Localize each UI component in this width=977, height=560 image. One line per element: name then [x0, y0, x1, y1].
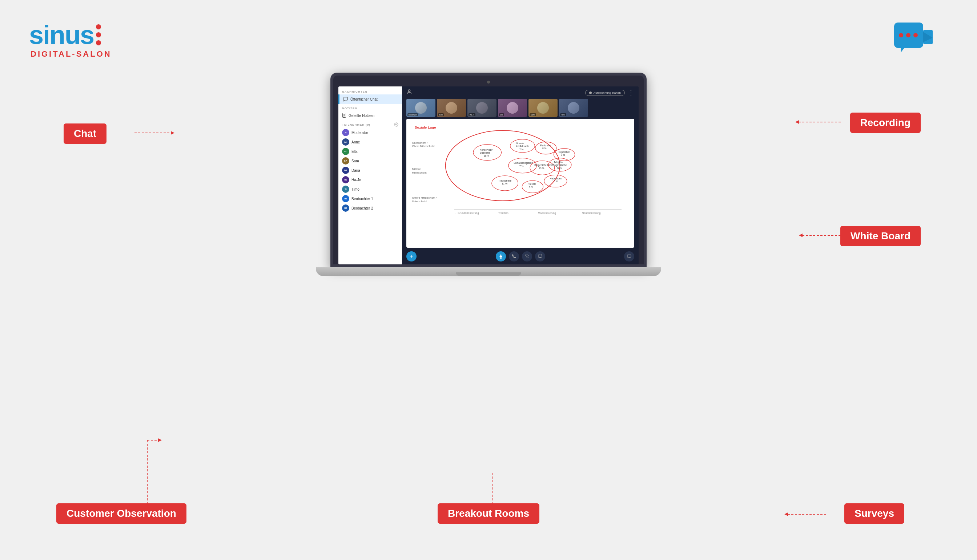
- recording-annotation-label: Recording: [850, 113, 921, 133]
- participant-item[interactable]: B1Beobachter 1: [338, 194, 402, 203]
- toolbar-right: [624, 251, 634, 262]
- camera-button[interactable]: [522, 251, 532, 262]
- svg-text:Prekäre: Prekäre: [528, 183, 537, 185]
- svg-marker-70: [795, 120, 799, 124]
- svg-text:11 %: 11 %: [502, 182, 507, 185]
- thumbnail-moderator: Moderator: [407, 99, 435, 117]
- svg-point-3: [906, 33, 910, 37]
- svg-text:Konservativ-: Konservativ-: [480, 148, 493, 151]
- chat-item[interactable]: Öffentlicher Chat: [338, 94, 402, 104]
- thumbnails-row: Moderator Sam Ha-Jo: [402, 99, 639, 119]
- svg-text:Obere Mittelschicht: Obere Mittelschicht: [412, 145, 435, 148]
- svg-point-12: [408, 90, 410, 92]
- record-button[interactable]: Aufzeichnung starten: [585, 90, 625, 96]
- svg-text:Performer: Performer: [540, 144, 551, 147]
- customer-obs-arrow: [142, 440, 153, 524]
- chat-icon: [343, 97, 348, 102]
- svg-point-2: [899, 33, 903, 37]
- customer-obs-label: Customer Observation: [56, 503, 186, 524]
- svg-text:10 %: 10 %: [557, 167, 562, 170]
- surveys-label: Surveys: [844, 503, 904, 524]
- avatar: B2: [342, 205, 349, 212]
- svg-marker-79: [785, 512, 788, 516]
- svg-marker-68: [171, 131, 174, 135]
- participant-item[interactable]: B2Beobachter 2: [338, 203, 402, 213]
- svg-marker-72: [799, 233, 803, 237]
- thumbnail-timo: Timo: [559, 99, 588, 117]
- participants-header: TEILNEHMER (9): [338, 120, 402, 128]
- participant-name: Beobachter 2: [351, 206, 373, 210]
- svg-text:Mittelschicht: Mittelschicht: [412, 171, 427, 174]
- laptop: NACHRICHTEN Öffentlicher Chat NOTIZEN: [316, 73, 661, 276]
- svg-text:Sozialökologische: Sozialökologische: [514, 162, 533, 165]
- gear-icon[interactable]: [394, 122, 398, 127]
- svg-text:Expeditive: Expeditive: [559, 151, 570, 153]
- svg-text:Bürgerliche Mitte: Bürgerliche Mitte: [534, 164, 552, 167]
- svg-text:Liberal-: Liberal-: [516, 142, 524, 145]
- svg-text:7 %: 7 %: [519, 148, 524, 151]
- participants-list: MModeratorANAnneELEllaSASamDADariaHJHa-J…: [338, 128, 402, 213]
- screen-share-icon: [538, 254, 542, 258]
- logo-dot-2: [96, 32, 101, 37]
- thumb-label-hajo: Ha-Jo: [468, 113, 475, 116]
- notes-label: Geteilte Notizen: [348, 114, 375, 118]
- thumb-label-daria: Daria: [530, 113, 536, 116]
- participant-item[interactable]: TITimo: [338, 185, 402, 194]
- logo-dots: [96, 24, 101, 45]
- logo-subtitle: DIGITAL-SALON: [30, 49, 112, 59]
- top-bar-left: [407, 89, 412, 96]
- participant-item[interactable]: ELElla: [338, 147, 402, 156]
- thumb-label-timo: Timo: [560, 113, 566, 116]
- participant-item[interactable]: ANAnne: [338, 137, 402, 147]
- more-options-button[interactable]: ⋮: [628, 89, 634, 96]
- participant-item[interactable]: HJHa-Jo: [338, 175, 402, 185]
- camera-icon: [893, 22, 934, 55]
- svg-text:Modernisierung: Modernisierung: [538, 212, 556, 215]
- whiteboard-arrow-line: [799, 232, 843, 239]
- svg-text:Mittlere: Mittlere: [412, 167, 421, 171]
- svg-text:Adaptiv-: Adaptiv-: [554, 161, 563, 164]
- monitor-button[interactable]: [624, 251, 634, 262]
- mic-button[interactable]: [496, 251, 506, 262]
- participant-name: Moderator: [351, 131, 368, 135]
- toolbar-center: [496, 251, 545, 262]
- participant-name: Timo: [351, 187, 360, 192]
- svg-point-4: [913, 33, 918, 37]
- laptop-base: [316, 267, 661, 276]
- laptop-screen: NACHRICHTEN Öffentlicher Chat NOTIZEN: [338, 87, 639, 264]
- notes-item[interactable]: Geteilte Notizen: [338, 111, 402, 120]
- participant-name: Ha-Jo: [351, 178, 361, 182]
- svg-text:Tradition: Tradition: [498, 212, 509, 215]
- phone-icon: [512, 254, 516, 258]
- svg-text:Neuorientierung: Neuorientierung: [582, 212, 601, 215]
- main-video-area: Aufzeichnung starten ⋮ Moderator: [402, 87, 639, 264]
- avatar: B1: [342, 195, 349, 202]
- screen-share-button[interactable]: [535, 251, 545, 262]
- bottom-toolbar: +: [402, 250, 639, 264]
- avatar: HJ: [342, 176, 349, 183]
- svg-text:← Grundorientierung: ← Grundorientierung: [454, 212, 479, 215]
- phone-button[interactable]: [509, 251, 519, 262]
- participant-name: Anne: [351, 140, 360, 144]
- chat-arrow-line: [134, 129, 174, 137]
- avatar: EL: [342, 148, 349, 155]
- breakout-arrow: [488, 473, 496, 524]
- whiteboard-annotation-label: White Board: [840, 226, 921, 246]
- participant-item[interactable]: DADaria: [338, 166, 402, 175]
- svg-text:Etablierte: Etablierte: [480, 152, 490, 154]
- add-button[interactable]: +: [407, 251, 417, 262]
- surveys-arrow: [785, 511, 828, 518]
- laptop-hinge: [456, 272, 521, 276]
- participant-name: Ella: [351, 150, 358, 153]
- participant-item[interactable]: MModerator: [338, 128, 402, 137]
- svg-text:Hedonisten: Hedonisten: [550, 177, 562, 180]
- svg-text:Intellektuelle: Intellektuelle: [516, 145, 529, 147]
- monitor-icon: [627, 254, 631, 258]
- svg-text:13 %: 13 %: [539, 167, 544, 170]
- participant-name: Sam: [351, 159, 359, 163]
- participant-item[interactable]: SASam: [338, 156, 402, 166]
- svg-marker-1: [901, 48, 904, 53]
- record-dot: [589, 92, 592, 94]
- chat-label: Öffentlicher Chat: [350, 97, 378, 101]
- participants-label: TEILNEHMER (9): [342, 123, 370, 127]
